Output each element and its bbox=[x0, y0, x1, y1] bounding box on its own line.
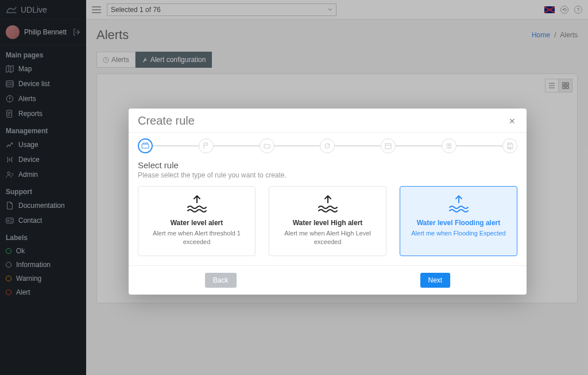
card-water-level-high-alert[interactable]: Water level High alert Alert me when Ale… bbox=[269, 186, 386, 256]
step-5[interactable] bbox=[381, 138, 396, 153]
card-title: Water level High alert bbox=[275, 219, 380, 227]
step-target-icon bbox=[324, 142, 331, 149]
card-desc: Alert me when Alert High Level exceeded bbox=[275, 229, 380, 246]
modal-header: Create rule ✕ bbox=[129, 109, 527, 133]
modal-body: Select rule Please select the type of ru… bbox=[129, 157, 527, 265]
step-3[interactable] bbox=[260, 138, 274, 153]
water-level-flooding-icon bbox=[406, 195, 511, 215]
next-button[interactable]: Next bbox=[420, 273, 451, 288]
card-desc: Alert me when Alert threshold 1 exceeded bbox=[144, 229, 249, 246]
step-6[interactable] bbox=[442, 138, 457, 153]
svg-rect-11 bbox=[142, 144, 149, 148]
modal-footer: Back Next bbox=[129, 265, 527, 295]
svg-point-15 bbox=[449, 144, 451, 146]
step-title: Select rule bbox=[138, 160, 517, 170]
card-title: Water level Flooding alert bbox=[406, 219, 511, 227]
step-2[interactable] bbox=[199, 138, 214, 153]
step-1[interactable] bbox=[138, 138, 153, 153]
stepper bbox=[129, 133, 527, 157]
step-4[interactable] bbox=[320, 138, 335, 153]
close-icon[interactable]: ✕ bbox=[507, 116, 517, 126]
svg-point-14 bbox=[447, 144, 449, 146]
step-7[interactable] bbox=[502, 138, 517, 153]
create-rule-modal: Create rule ✕ Select rule Please select … bbox=[129, 109, 527, 295]
card-water-level-alert[interactable]: Water level alert Alert me when Alert th… bbox=[138, 186, 256, 256]
step-folder-icon bbox=[264, 142, 270, 149]
step-users-icon bbox=[446, 142, 452, 149]
step-save-icon bbox=[506, 142, 513, 149]
step-flag-icon bbox=[203, 142, 210, 149]
back-button[interactable]: Back bbox=[205, 273, 237, 288]
water-level-icon bbox=[144, 195, 249, 215]
step-calendar-icon bbox=[385, 142, 392, 149]
step-subtitle: Please select the type of rule you want … bbox=[138, 171, 517, 179]
step-rule-icon bbox=[141, 142, 149, 150]
modal-title: Create rule bbox=[138, 114, 195, 127]
card-water-level-flooding-alert[interactable]: Water level Flooding alert Alert me when… bbox=[400, 186, 517, 256]
water-level-high-icon bbox=[275, 195, 380, 215]
card-title: Water level alert bbox=[144, 219, 249, 227]
card-desc: Alert me when Flooding Expected bbox=[406, 229, 511, 238]
svg-rect-13 bbox=[385, 144, 391, 149]
rule-cards: Water level alert Alert me when Alert th… bbox=[138, 186, 517, 256]
